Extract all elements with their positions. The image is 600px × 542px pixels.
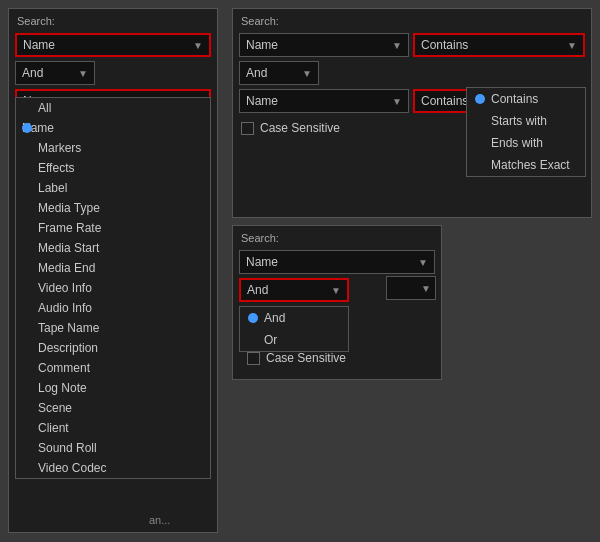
left-condition-value: And (22, 66, 43, 80)
effects-label: Effects (38, 161, 74, 175)
tr-row1-name-dropdown[interactable]: Name ▼ (239, 33, 409, 57)
audio-info-label: Audio Info (38, 301, 92, 315)
left-name-dropdown-value: Name (23, 38, 55, 52)
video-info-label: Video Info (38, 281, 92, 295)
contains-option-contains-label: Contains (491, 92, 538, 106)
media-start-label: Media Start (38, 241, 99, 255)
br-case-sensitive-checkbox[interactable] (247, 352, 260, 365)
and-open-list: And Or (239, 306, 349, 352)
label-label: Label (38, 181, 67, 195)
tr-case-sensitive-label: Case Sensitive (260, 121, 340, 135)
list-item-name[interactable]: Name (16, 118, 210, 138)
tape-name-label: Tape Name (38, 321, 99, 335)
list-item-media-type[interactable]: Media Type (16, 198, 210, 218)
starts-with-label: Starts with (491, 114, 547, 128)
bottom-right-search-panel: Search: Name ▼ And ▼ And Or Case Sensiti… (232, 225, 442, 380)
list-item-media-start[interactable]: Media Start (16, 238, 210, 258)
contains-option-ends-with[interactable]: Ends with (467, 132, 585, 154)
truncated-text: an... (149, 514, 170, 526)
and-bullet (248, 313, 258, 323)
br-case-sensitive-label: Case Sensitive (266, 351, 346, 365)
tr-contains1-value: Contains (421, 38, 468, 52)
list-item-frame-rate[interactable]: Frame Rate (16, 218, 210, 238)
left-name-dropdown[interactable]: Name ▼ (15, 33, 211, 57)
left-condition-arrow: ▼ (78, 68, 88, 79)
list-item-sound-roll[interactable]: Sound Roll (16, 438, 210, 458)
media-end-label: Media End (38, 261, 95, 275)
video-codec-label: Video Codec (38, 461, 107, 475)
and-option-and[interactable]: And (240, 307, 348, 329)
left-search-panel: Search: Name ▼ And ▼ Name ▼ All Name Mar… (8, 8, 218, 533)
list-item-effects[interactable]: Effects (16, 158, 210, 178)
contains-option-matches-exact[interactable]: Matches Exact (467, 154, 585, 176)
tr-contains1-arrow: ▼ (567, 40, 577, 51)
scene-label: Scene (38, 401, 72, 415)
tr-condition-value: And (246, 66, 267, 80)
contains-option-starts-with[interactable]: Starts with (467, 110, 585, 132)
tr-condition-arrow: ▼ (302, 68, 312, 79)
tr-contains1-dropdown[interactable]: Contains ▼ (413, 33, 585, 57)
list-item-description[interactable]: Description (16, 338, 210, 358)
all-label: All (38, 101, 51, 115)
list-item-client[interactable]: Client (16, 418, 210, 438)
tr-case-sensitive-checkbox[interactable] (241, 122, 254, 135)
name-bullet (22, 123, 32, 133)
contains-option-contains[interactable]: Contains (467, 88, 585, 110)
tr-row1-name-value: Name (246, 38, 278, 52)
tr-row2-name-arrow: ▼ (392, 96, 402, 107)
br-right-dropdown[interactable]: ▼ (386, 276, 436, 300)
left-name-dropdown-arrow: ▼ (193, 40, 203, 51)
description-label: Description (38, 341, 98, 355)
list-item-comment[interactable]: Comment (16, 358, 210, 378)
list-item-scene[interactable]: Scene (16, 398, 210, 418)
br-name-value: Name (246, 255, 278, 269)
list-item-tape-name[interactable]: Tape Name (16, 318, 210, 338)
list-item-markers[interactable]: Markers (16, 138, 210, 158)
list-item-label[interactable]: Label (16, 178, 210, 198)
list-item-log-note[interactable]: Log Note (16, 378, 210, 398)
media-type-label: Media Type (38, 201, 100, 215)
sound-roll-label: Sound Roll (38, 441, 97, 455)
br-and-dropdown[interactable]: And ▼ (239, 278, 349, 302)
top-right-search-panel: Search: Name ▼ Contains ▼ And ▼ Name ▼ C… (232, 8, 592, 218)
frame-rate-label: Frame Rate (38, 221, 101, 235)
list-item-all[interactable]: All (16, 98, 210, 118)
client-label: Client (38, 421, 69, 435)
br-and-value: And (247, 283, 268, 297)
br-name-arrow: ▼ (418, 257, 428, 268)
contains-open-list: Contains Starts with Ends with Matches E… (466, 87, 586, 177)
left-dropdown-list: All Name Markers Effects Label Media Typ… (15, 97, 211, 479)
br-right-arrow: ▼ (421, 283, 431, 294)
tr-row2-name-value: Name (246, 94, 278, 108)
matches-exact-label: Matches Exact (491, 158, 570, 172)
list-item-media-end[interactable]: Media End (16, 258, 210, 278)
contains-bullet (475, 94, 485, 104)
tr-condition-dropdown[interactable]: And ▼ (239, 61, 319, 85)
log-note-label: Log Note (38, 381, 87, 395)
tr-row2-name-dropdown[interactable]: Name ▼ (239, 89, 409, 113)
br-name-dropdown[interactable]: Name ▼ (239, 250, 435, 274)
br-search-label: Search: (233, 226, 441, 246)
and-option-and-label: And (264, 311, 285, 325)
and-option-or-label: Or (264, 333, 277, 347)
markers-label: Markers (38, 141, 81, 155)
list-item-video-info[interactable]: Video Info (16, 278, 210, 298)
tr-contains2-value: Contains (421, 94, 468, 108)
top-right-search-label: Search: (233, 9, 591, 29)
ends-with-label: Ends with (491, 136, 543, 150)
list-item-video-codec[interactable]: Video Codec (16, 458, 210, 478)
and-option-or[interactable]: Or (240, 329, 348, 351)
left-search-label: Search: (9, 9, 217, 29)
left-condition-dropdown[interactable]: And ▼ (15, 61, 95, 85)
br-and-arrow: ▼ (331, 285, 341, 296)
list-item-audio-info[interactable]: Audio Info (16, 298, 210, 318)
tr-row1-name-arrow: ▼ (392, 40, 402, 51)
comment-label: Comment (38, 361, 90, 375)
